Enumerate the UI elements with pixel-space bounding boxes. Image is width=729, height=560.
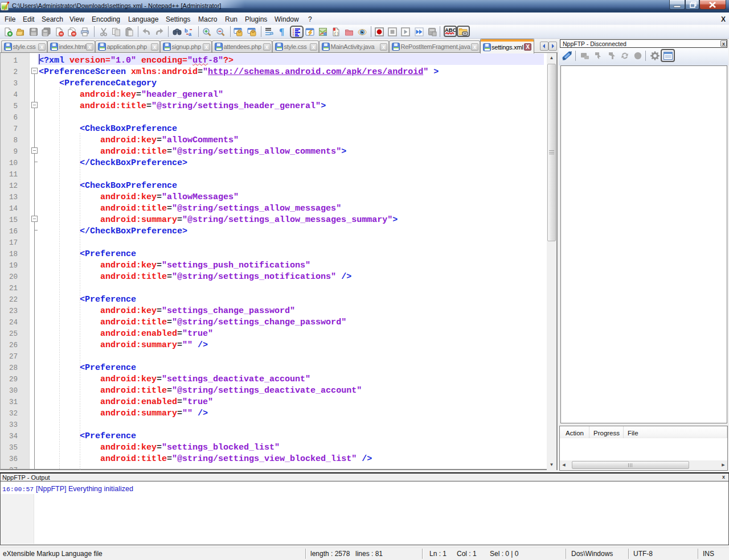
svg-text:ABC: ABC [445, 27, 456, 33]
svg-text:a: a [189, 31, 192, 36]
svg-text:b: b [185, 28, 188, 34]
svg-text:{): {) [334, 31, 339, 36]
